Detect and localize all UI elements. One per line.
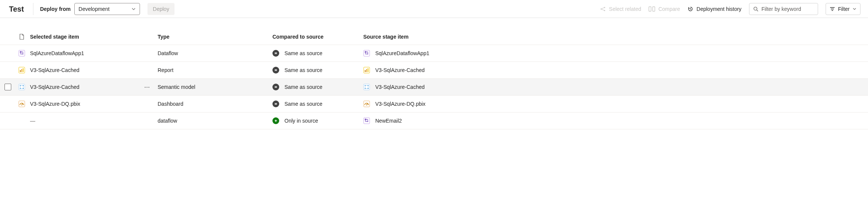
table-row[interactable]: V3-SqlAzure-Cached●●●Semantic modelSame … <box>0 79 868 96</box>
toolbar: Test Deploy from Development Deploy Sele… <box>0 0 868 18</box>
source-name: SqlAzureDataflowApp1 <box>375 50 429 56</box>
deploy-from-value: Development <box>78 6 110 12</box>
report-icon <box>363 67 370 74</box>
model-icon <box>14 84 30 90</box>
dashboard-icon <box>363 100 370 107</box>
svg-point-0 <box>600 8 602 9</box>
item-name[interactable]: SqlAzureDataflowApp1 <box>30 50 84 56</box>
item-type: dataflow <box>158 118 272 124</box>
dashboard-icon <box>14 100 30 107</box>
deploy-button: Deploy <box>147 3 175 15</box>
deploy-from-label: Deploy from <box>40 6 71 12</box>
same-as-source-icon <box>272 84 279 90</box>
search-input[interactable] <box>761 6 814 12</box>
more-options-icon[interactable]: ●●● <box>144 86 150 88</box>
compare-button: Compare <box>648 6 680 12</box>
source-name: V3-SqlAzure-DQ.pbix <box>375 101 426 107</box>
svg-rect-30 <box>19 101 25 107</box>
compare-label: Same as source <box>284 101 322 107</box>
chevron-down-icon <box>853 7 856 11</box>
compare-cell: Same as source <box>272 67 363 74</box>
svg-rect-6 <box>19 50 25 56</box>
compare-label: Same as source <box>284 67 322 73</box>
item-name[interactable]: V3-SqlAzure-DQ.pbix <box>30 101 80 107</box>
dataflow-icon <box>14 50 30 57</box>
table-row[interactable]: SqlAzureDataflowApp1DataflowSame as sour… <box>0 45 868 62</box>
deployment-history-label: Deployment history <box>697 6 742 12</box>
source-name: V3-SqlAzure-Cached <box>375 67 425 73</box>
source-cell: V3-SqlAzure-Cached <box>363 84 868 90</box>
select-related-button: Select related <box>600 6 641 12</box>
svg-rect-4 <box>653 7 655 11</box>
svg-point-8 <box>23 54 24 55</box>
table-body: SqlAzureDataflowApp1DataflowSame as sour… <box>0 45 868 129</box>
col-compared[interactable]: Compared to source <box>272 34 363 40</box>
svg-rect-35 <box>365 119 366 120</box>
compare-cell: Same as source <box>272 84 363 90</box>
model-icon <box>363 84 370 90</box>
col-source[interactable]: Source stage item <box>363 34 868 40</box>
item-type: Report <box>158 67 272 73</box>
same-as-source-icon <box>272 50 279 57</box>
svg-rect-34 <box>364 118 370 124</box>
item-name[interactable]: V3-SqlAzure-Cached <box>30 67 80 73</box>
table-row[interactable]: V3-SqlAzure-CachedReportSame as sourceV3… <box>0 62 868 79</box>
compare-cell: Same as source <box>272 100 363 107</box>
source-cell: V3-SqlAzure-DQ.pbix <box>363 100 868 107</box>
history-icon <box>687 6 693 12</box>
svg-rect-20 <box>19 84 25 90</box>
svg-point-11 <box>367 54 369 55</box>
dataflow-icon <box>363 50 370 57</box>
source-cell: SqlAzureDataflowApp1 <box>363 50 868 57</box>
svg-rect-3 <box>649 7 651 11</box>
col-selected[interactable]: Selected stage item <box>30 34 158 40</box>
svg-rect-32 <box>364 101 370 107</box>
item-type: Dataflow <box>158 50 272 56</box>
svg-rect-25 <box>364 84 370 90</box>
item-name[interactable]: — <box>30 118 35 124</box>
svg-point-33 <box>366 105 367 105</box>
chevron-down-icon <box>131 7 136 11</box>
select-related-icon <box>600 6 606 12</box>
item-type: Semantic model <box>158 84 272 90</box>
source-name: V3-SqlAzure-Cached <box>375 84 425 90</box>
table-row[interactable]: V3-SqlAzure-DQ.pbixDashboardSame as sour… <box>0 96 868 112</box>
compare-label: Same as source <box>284 84 322 90</box>
compare-label: Same as source <box>284 50 322 56</box>
svg-point-1 <box>604 7 605 8</box>
svg-rect-17 <box>365 70 366 72</box>
svg-rect-19 <box>368 68 369 72</box>
search-icon <box>753 6 758 12</box>
compare-label: Only in source <box>284 118 318 124</box>
same-as-source-icon <box>272 67 279 74</box>
dataflow-icon <box>363 117 370 124</box>
compare-cell: Only in source <box>272 117 363 124</box>
toolbar-right: Select related Compare Deployment histor… <box>600 3 860 15</box>
filter-button[interactable]: Filter <box>826 3 860 15</box>
search-box[interactable] <box>749 3 818 15</box>
col-type[interactable]: Type <box>158 34 272 40</box>
item-name[interactable]: V3-SqlAzure-Cached <box>30 84 80 90</box>
select-related-label: Select related <box>609 6 641 12</box>
filter-label: Filter <box>838 6 850 12</box>
deploy-from-group: Deploy from Development Deploy <box>40 3 175 15</box>
svg-point-36 <box>367 121 369 122</box>
deployment-history-button[interactable]: Deployment history <box>687 6 742 12</box>
svg-rect-9 <box>364 50 370 56</box>
table-row[interactable]: —dataflowOnly in sourceNewEmail2 <box>0 112 868 129</box>
svg-rect-18 <box>366 69 367 72</box>
row-checkbox[interactable] <box>5 84 11 90</box>
compare-label: Compare <box>658 6 680 12</box>
svg-point-31 <box>21 105 22 105</box>
items-table: Selected stage item Type Compared to sou… <box>0 28 868 129</box>
only-in-source-icon <box>272 117 279 124</box>
svg-point-2 <box>604 10 605 11</box>
svg-rect-14 <box>21 69 22 72</box>
compare-cell: Same as source <box>272 50 363 57</box>
table-header: Selected stage item Type Compared to sou… <box>0 28 868 45</box>
source-cell: V3-SqlAzure-Cached <box>363 67 868 74</box>
source-name: NewEmail2 <box>375 118 402 124</box>
svg-rect-7 <box>20 51 21 53</box>
svg-rect-15 <box>23 68 24 72</box>
deploy-from-select[interactable]: Development <box>74 3 140 15</box>
